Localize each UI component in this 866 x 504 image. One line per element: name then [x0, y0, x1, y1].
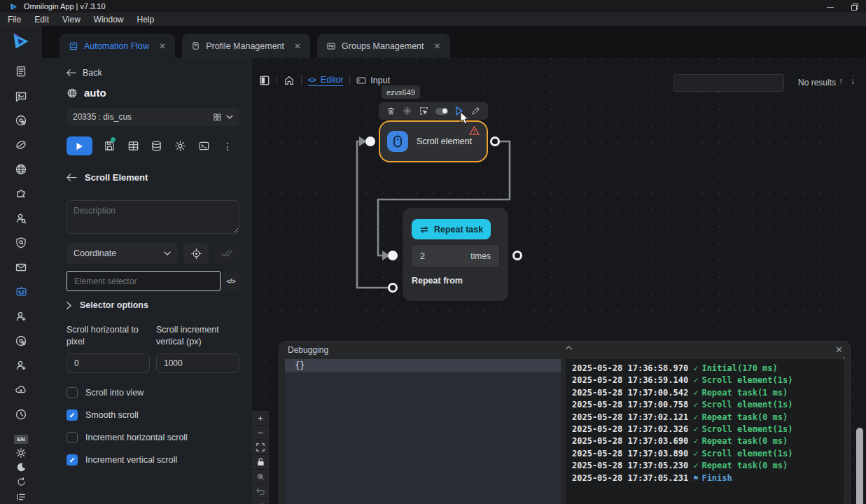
user-add-icon[interactable]: [9, 304, 33, 328]
extension-puzzle-icon[interactable]: [9, 181, 33, 206]
section-back-arrow-icon[interactable]: [67, 173, 77, 182]
shield-search-icon[interactable]: [9, 230, 33, 255]
repeat-from-port[interactable]: [388, 283, 398, 293]
history-clock-icon[interactable]: [9, 402, 33, 426]
canvas-search[interactable]: [673, 74, 784, 92]
scroll-node-label: Scroll element: [417, 136, 472, 146]
globe-flow-icon: [67, 88, 78, 99]
automation-robot-icon[interactable]: [9, 279, 33, 304]
cloud-eye-icon[interactable]: [9, 377, 33, 402]
toggle-panel-icon[interactable]: [259, 75, 270, 86]
scroll-increment-input[interactable]: [156, 354, 239, 373]
tab-close-icon[interactable]: ✕: [159, 41, 166, 51]
proxy-ring-icon[interactable]: [9, 132, 33, 157]
journal-icon[interactable]: [9, 59, 33, 83]
verify-selector-button[interactable]: [214, 243, 239, 264]
node-enabled-toggle[interactable]: [435, 108, 448, 115]
repeat-task-node[interactable]: Repeat task 2 times Repeat from: [403, 208, 508, 301]
user-add-icon[interactable]: [9, 353, 33, 377]
json-editor-line[interactable]: {}: [285, 359, 561, 372]
image-message-icon[interactable]: [9, 83, 33, 108]
zoom-out-icon[interactable]: −: [252, 426, 269, 440]
checkbox-scroll-into-view[interactable]: Scroll into view: [67, 387, 239, 398]
disc-record-icon[interactable]: [9, 108, 33, 132]
scroll-element-node[interactable]: Scroll element: [379, 120, 488, 162]
code-selector-button[interactable]: </>: [223, 272, 239, 291]
menu-file[interactable]: File: [8, 15, 21, 24]
element-selector-input[interactable]: [67, 271, 221, 291]
repeat-node-output-port[interactable]: [512, 251, 522, 260]
tab-automation-flow[interactable]: Automation Flow ✕: [60, 34, 175, 58]
coordinate-dropdown[interactable]: Coordinate: [67, 243, 178, 264]
globe-icon[interactable]: [9, 157, 33, 181]
debug-log[interactable]: 2025-05-28 17:36:58.970✓Initial(170 ms) …: [566, 359, 844, 504]
user-search-icon[interactable]: [9, 206, 33, 230]
database-button[interactable]: [145, 136, 169, 155]
tab-close-icon[interactable]: ✕: [294, 41, 301, 51]
menu-edit[interactable]: Edit: [34, 15, 49, 24]
minimize-button[interactable]: —: [818, 0, 842, 13]
flow-settings-gear-button[interactable]: [169, 136, 193, 155]
menu-view[interactable]: View: [62, 15, 81, 24]
table-view-button[interactable]: [121, 136, 145, 155]
restore-button[interactable]: [842, 0, 866, 13]
log-row: 2025-05-28 17:37:03.690✓Repeat task(0 ms…: [572, 435, 844, 447]
zoom-in-icon[interactable]: +: [252, 411, 269, 425]
tab-close-icon[interactable]: ✕: [434, 41, 441, 51]
flow-canvas[interactable]: <> Editor Input No resul: [252, 58, 866, 504]
search-input[interactable]: [674, 75, 784, 91]
language-badge[interactable]: EN: [14, 435, 27, 444]
description-textarea[interactable]: [67, 200, 239, 234]
checkbox-increment-horizontal[interactable]: Increment horizontal scroll: [67, 432, 239, 443]
close-debug-icon[interactable]: ✕: [835, 344, 843, 355]
checkbox-increment-vertical[interactable]: ✓ Increment vertical scroll: [67, 454, 239, 465]
selector-options-toggle[interactable]: Selector options: [67, 300, 239, 310]
search-prev-icon[interactable]: ↑: [839, 76, 843, 86]
select-node-icon[interactable]: [419, 106, 428, 115]
undo-icon[interactable]: [252, 484, 269, 498]
lock-icon[interactable]: [252, 455, 269, 469]
log-row: 2025-05-28 17:36:59.140✓Scroll element(1…: [572, 374, 844, 386]
debug-json-editor[interactable]: {}: [285, 359, 561, 504]
edit-node-pencil-icon[interactable]: [471, 106, 480, 115]
back-button[interactable]: Back: [67, 68, 239, 78]
more-options-button[interactable]: ⋮: [216, 136, 239, 155]
menu-window[interactable]: Window: [94, 15, 124, 24]
fit-view-icon[interactable]: [252, 440, 269, 454]
input-link[interactable]: Input: [356, 76, 390, 85]
mouse-scroll-icon: [387, 131, 408, 152]
node-settings-gear-icon[interactable]: [403, 106, 412, 115]
tab-groups-management[interactable]: Groups Management ✕: [317, 34, 450, 58]
scroll-horizontal-input[interactable]: [67, 354, 150, 373]
scroll-node-input-port[interactable]: [365, 136, 375, 146]
repeat-times-input[interactable]: 2 times: [412, 245, 499, 267]
sync-refresh-icon[interactable]: [9, 475, 33, 489]
collapse-panel-icon[interactable]: [565, 346, 573, 350]
disc-record-icon[interactable]: [9, 328, 33, 353]
debug-title: Debugging: [288, 345, 328, 355]
checkbox-smooth-scroll[interactable]: ✓ Smooth scroll: [67, 410, 239, 421]
mail-icon[interactable]: [9, 255, 33, 279]
menu-help[interactable]: Help: [137, 15, 155, 24]
scroll-horizontal-label: Scroll horizontal to pixel: [67, 324, 150, 348]
search-next-icon[interactable]: ↓: [851, 76, 855, 86]
scroll-node-output-port[interactable]: [490, 136, 500, 146]
terminal-button[interactable]: [192, 136, 216, 155]
zoom-search-icon[interactable]: [252, 470, 269, 484]
canvas-scrollbar[interactable]: [856, 428, 863, 504]
save-button[interactable]: [98, 136, 122, 155]
pick-element-crosshair-button[interactable]: [183, 243, 209, 264]
delete-node-icon[interactable]: [386, 106, 396, 115]
redo-icon[interactable]: [252, 499, 269, 504]
selector-options-label: Selector options: [80, 300, 148, 310]
task-list-icon[interactable]: [9, 489, 33, 504]
editor-link[interactable]: <> Editor: [308, 75, 343, 86]
home-icon[interactable]: [284, 75, 295, 86]
run-flow-button[interactable]: [67, 136, 92, 155]
tab-profile-management[interactable]: Profile Management ✕: [182, 34, 310, 58]
profile-tab-icon: [191, 41, 200, 50]
repeat-node-input-port[interactable]: [388, 251, 398, 260]
dark-mode-moon-icon[interactable]: [9, 460, 33, 475]
profile-dropdown[interactable]: 20335 : dis_cus: [67, 108, 239, 126]
settings-gear-icon[interactable]: [9, 445, 33, 460]
